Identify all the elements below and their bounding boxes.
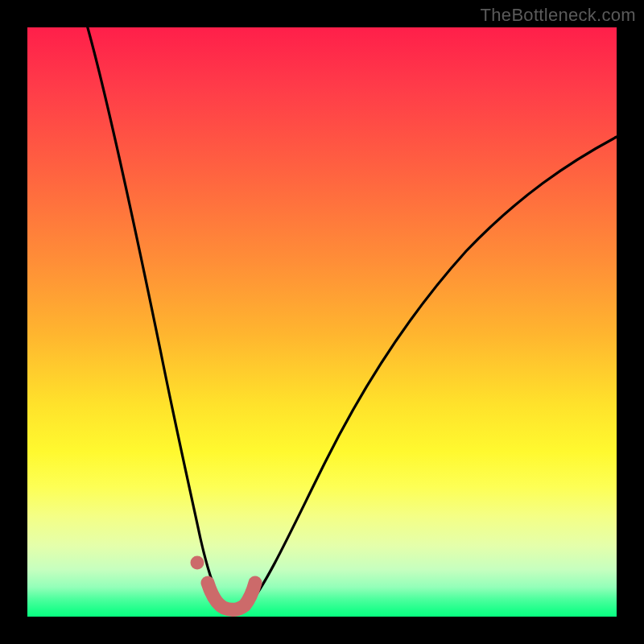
plot-area: [27, 27, 617, 617]
marker-dot: [191, 556, 204, 570]
curve-left-arm: [85, 19, 238, 613]
watermark-text: TheBottleneck.com: [481, 5, 636, 26]
curves-svg: [27, 27, 617, 617]
marker-basin: [208, 583, 255, 609]
curve-right-arm: [223, 137, 617, 611]
chart-frame: TheBottleneck.com: [0, 0, 644, 644]
